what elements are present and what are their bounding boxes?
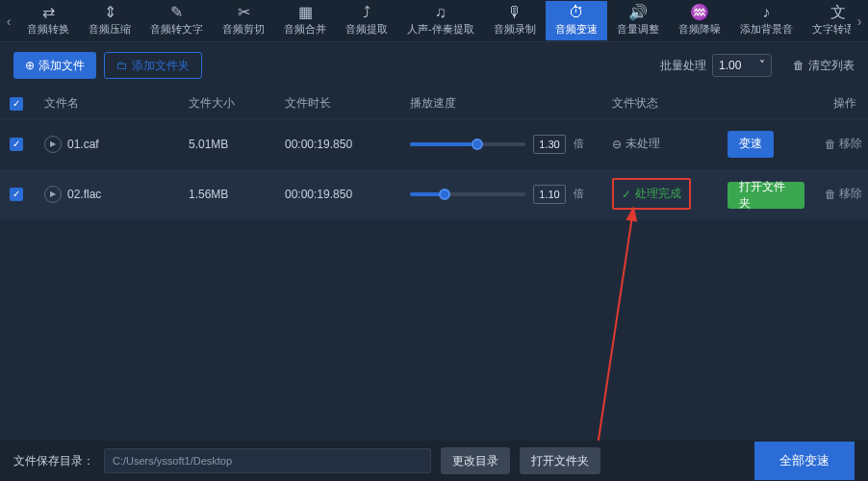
tab-label: 音频剪切 bbox=[222, 22, 265, 37]
tab-label: 音频变速 bbox=[555, 22, 598, 37]
clear-list-button[interactable]: 🗑 清空列表 bbox=[793, 58, 855, 74]
add-folder-label: 添加文件夹 bbox=[132, 58, 190, 74]
select-all-checkbox[interactable]: ✓ bbox=[10, 97, 23, 111]
tab-12[interactable]: 文文字转语音 bbox=[803, 1, 851, 40]
tab-2[interactable]: ✎音频转文字 bbox=[140, 1, 213, 40]
row-action-label: 打开文件夹 bbox=[739, 179, 793, 212]
plus-icon: ⊕ bbox=[25, 59, 35, 72]
tab-10[interactable]: ♒音频降噪 bbox=[669, 1, 730, 40]
speed-unit: 倍 bbox=[574, 187, 584, 201]
action-bar: ⊕ 添加文件 🗀 添加文件夹 批量处理 1.00 ˅ 🗑 清空列表 bbox=[0, 42, 868, 89]
status-badge: ⊖未处理 bbox=[612, 136, 728, 152]
trash-icon: 🗑 bbox=[793, 59, 804, 72]
tabs-scroll-left[interactable]: ‹ bbox=[0, 0, 17, 42]
status-icon: ✓ bbox=[622, 188, 631, 201]
tab-1[interactable]: ⇕音频压缩 bbox=[79, 1, 140, 40]
add-file-button[interactable]: ⊕ 添加文件 bbox=[13, 52, 96, 79]
save-dir-path[interactable]: C:/Users/yssoft1/Desktop bbox=[104, 448, 431, 473]
batch-speed-value: 1.00 bbox=[719, 59, 741, 72]
status-badge: ✓处理完成 bbox=[612, 178, 691, 210]
tab-label: 音频合并 bbox=[284, 22, 326, 37]
tab-7[interactable]: 🎙音频录制 bbox=[484, 1, 546, 40]
status-text: 未处理 bbox=[625, 136, 660, 152]
speed-slider[interactable] bbox=[410, 192, 525, 196]
col-name: 文件名 bbox=[44, 95, 189, 112]
open-dir-button[interactable]: 打开文件夹 bbox=[520, 447, 600, 474]
open-dir-label: 打开文件夹 bbox=[531, 453, 589, 469]
file-name: 01.caf bbox=[67, 138, 99, 151]
remove-label: 移除 bbox=[839, 136, 862, 152]
speed-value[interactable]: 1.10 bbox=[533, 185, 566, 204]
file-size: 1.56MB bbox=[189, 188, 285, 201]
tab-icon: ✎ bbox=[170, 5, 183, 20]
change-dir-button[interactable]: 更改目录 bbox=[441, 447, 510, 474]
play-icon[interactable]: ▶ bbox=[44, 136, 62, 153]
change-dir-label: 更改目录 bbox=[452, 453, 498, 469]
batch-speed-select[interactable]: 1.00 ˅ bbox=[712, 54, 772, 77]
tab-icon: ⤴ bbox=[363, 5, 370, 20]
tab-icon: ♫ bbox=[435, 5, 447, 20]
remove-button[interactable]: 🗑移除 bbox=[825, 136, 862, 152]
tab-0[interactable]: ⇄音频转换 bbox=[17, 1, 79, 40]
tab-label: 音频压缩 bbox=[89, 22, 131, 37]
save-dir-path-text: C:/Users/yssoft1/Desktop bbox=[113, 455, 232, 467]
table-row: ✓▶02.flac1.56MB00:00:19.8501.10倍✓处理完成打开文… bbox=[0, 169, 868, 219]
tabs-scroll-right[interactable]: › bbox=[851, 0, 868, 42]
file-duration: 00:00:19.850 bbox=[285, 188, 410, 201]
file-name: 02.flac bbox=[67, 188, 101, 201]
tab-8[interactable]: ⏱音频变速 bbox=[546, 1, 607, 40]
col-status: 文件状态 bbox=[612, 95, 728, 112]
row-checkbox[interactable]: ✓ bbox=[10, 138, 23, 151]
row-checkbox[interactable]: ✓ bbox=[10, 188, 23, 201]
col-duration: 文件时长 bbox=[285, 95, 410, 112]
status-text: 处理完成 bbox=[635, 186, 681, 202]
tabs-bar: ‹ ⇄音频转换⇕音频压缩✎音频转文字✂音频剪切▦音频合并⤴音频提取♫人声-伴奏提… bbox=[0, 0, 868, 42]
row-action-button[interactable]: 打开文件夹 bbox=[728, 182, 804, 209]
tab-label: 音频转换 bbox=[27, 22, 69, 37]
tab-label: 音频录制 bbox=[494, 22, 536, 37]
tab-label: 添加背景音 bbox=[740, 22, 793, 37]
col-op: 操作 bbox=[804, 95, 862, 112]
tab-icon: ✂ bbox=[238, 5, 250, 20]
tab-4[interactable]: ▦音频合并 bbox=[274, 1, 336, 40]
tab-icon: ♒ bbox=[690, 5, 709, 20]
tab-label: 文字转语音 bbox=[812, 22, 851, 37]
add-file-label: 添加文件 bbox=[38, 58, 85, 74]
annotation-arrow bbox=[539, 192, 674, 462]
remove-button[interactable]: 🗑移除 bbox=[825, 186, 862, 202]
tab-icon: 文 bbox=[830, 5, 846, 20]
speed-value[interactable]: 1.30 bbox=[533, 135, 566, 154]
run-all-button[interactable]: 全部变速 bbox=[754, 442, 855, 480]
tab-label: 人声-伴奏提取 bbox=[407, 22, 474, 37]
tab-6[interactable]: ♫人声-伴奏提取 bbox=[397, 1, 484, 40]
add-folder-button[interactable]: 🗀 添加文件夹 bbox=[104, 52, 202, 79]
save-dir-label: 文件保存目录： bbox=[13, 453, 94, 469]
tab-icon: ⇄ bbox=[42, 5, 55, 20]
tab-5[interactable]: ⤴音频提取 bbox=[336, 1, 397, 40]
tab-9[interactable]: 🔊音量调整 bbox=[607, 1, 669, 40]
batch-label: 批量处理 bbox=[660, 58, 706, 74]
footer-bar: 文件保存目录： C:/Users/yssoft1/Desktop 更改目录 打开… bbox=[0, 441, 868, 481]
row-action-button[interactable]: 变速 bbox=[728, 131, 774, 158]
tab-label: 音频提取 bbox=[345, 22, 388, 37]
play-icon[interactable]: ▶ bbox=[44, 186, 62, 203]
chevron-down-icon: ˅ bbox=[759, 59, 765, 72]
tab-icon: ⏱ bbox=[569, 5, 584, 20]
tab-label: 音量调整 bbox=[617, 22, 659, 37]
tab-icon: ⇕ bbox=[104, 5, 116, 20]
tab-label: 音频降噪 bbox=[678, 22, 721, 37]
tab-icon: ♪ bbox=[762, 5, 770, 20]
remove-label: 移除 bbox=[839, 186, 862, 202]
file-duration: 00:00:19.850 bbox=[285, 138, 410, 151]
tab-3[interactable]: ✂音频剪切 bbox=[213, 1, 274, 40]
clear-list-label: 清空列表 bbox=[808, 58, 855, 74]
speed-slider[interactable] bbox=[410, 142, 525, 146]
trash-icon: 🗑 bbox=[825, 188, 836, 201]
col-speed: 播放速度 bbox=[410, 95, 612, 112]
tab-11[interactable]: ♪添加背景音 bbox=[730, 1, 803, 40]
row-action-label: 变速 bbox=[739, 136, 762, 152]
status-icon: ⊖ bbox=[612, 138, 622, 151]
tab-icon: 🔊 bbox=[628, 5, 648, 20]
folder-icon: 🗀 bbox=[116, 59, 128, 72]
trash-icon: 🗑 bbox=[825, 138, 836, 151]
